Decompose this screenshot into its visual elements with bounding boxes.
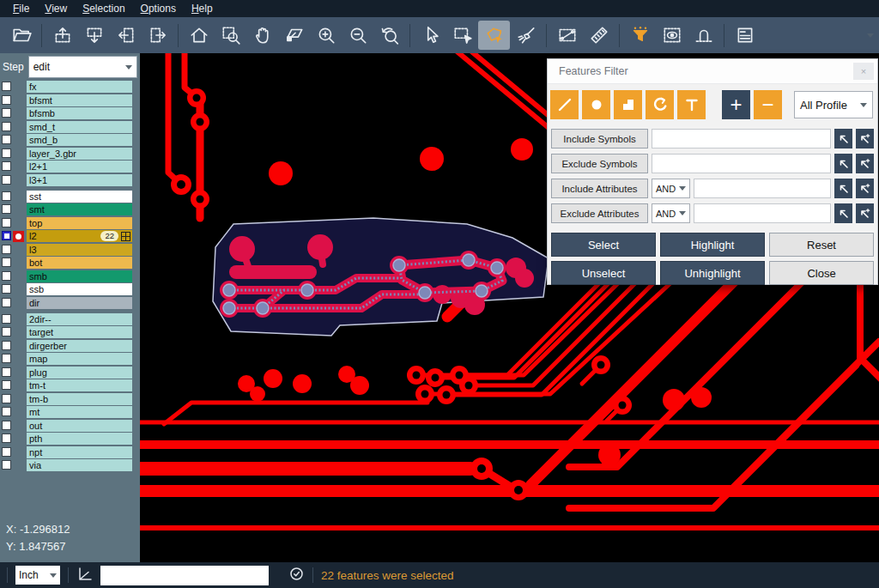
layer-visibility-checkbox[interactable] <box>2 82 11 91</box>
home-view-button[interactable] <box>183 21 215 50</box>
layer-row[interactable]: out <box>0 420 140 432</box>
layer-name[interactable]: l2+1 <box>27 161 132 173</box>
include-attributes-input[interactable] <box>694 179 831 198</box>
menu-file[interactable]: File <box>5 1 37 16</box>
layer-visibility-checkbox[interactable] <box>2 433 11 443</box>
layer-row[interactable]: bot <box>0 257 140 269</box>
layer-name[interactable]: out <box>27 420 132 432</box>
layer-name[interactable]: smd_b <box>27 134 132 146</box>
menu-selection[interactable]: Selection <box>75 1 132 16</box>
include-attributes-button[interactable]: Include Attributes <box>551 179 648 198</box>
clean-brush-button[interactable] <box>510 21 542 50</box>
zoom-object-button[interactable] <box>278 21 310 50</box>
pick-add-symbol-button[interactable] <box>856 154 874 173</box>
layer-name[interactable]: l2 22 <box>27 230 132 242</box>
layer-name[interactable]: smd_t <box>27 121 132 133</box>
layer-row[interactable]: npt <box>0 446 140 458</box>
layer-name[interactable]: plug <box>27 367 132 379</box>
pick-attribute-button[interactable] <box>834 179 852 198</box>
layer-row[interactable]: sst <box>0 191 140 203</box>
pick-add-attribute-button[interactable] <box>856 203 874 223</box>
layer-name[interactable]: pth <box>27 433 132 445</box>
layer-name[interactable]: layer_3.gbr <box>27 148 132 160</box>
layer-visibility-checkbox[interactable] <box>2 314 11 324</box>
layer-visibility-checkbox[interactable] <box>2 175 11 185</box>
command-input[interactable] <box>100 566 269 585</box>
layer-visibility-checkbox[interactable] <box>2 231 11 240</box>
layer-name[interactable]: bfsmt <box>27 94 132 106</box>
pick-symbol-button[interactable] <box>834 154 852 173</box>
layer-row[interactable]: l2 22 <box>0 230 140 242</box>
menu-options[interactable]: Options <box>133 1 184 16</box>
pick-add-attribute-button[interactable] <box>856 179 874 198</box>
layer-visibility-checkbox[interactable] <box>2 218 11 227</box>
polygon-select-button[interactable] <box>478 21 510 50</box>
layer-visibility-checkbox[interactable] <box>2 245 11 254</box>
unselect-button[interactable]: Unselect <box>551 261 656 285</box>
pointer-select-button[interactable] <box>415 21 446 50</box>
layer-visibility-checkbox[interactable] <box>2 341 11 350</box>
profile-select[interactable]: All Profile <box>794 91 873 118</box>
zoom-out-button[interactable] <box>342 21 373 50</box>
layer-row[interactable]: pth <box>0 433 140 445</box>
layer-row[interactable]: fx <box>0 81 140 93</box>
layer-visibility-checkbox[interactable] <box>2 380 11 390</box>
layer-row[interactable]: l2+1 <box>0 161 140 173</box>
filter-arc-button[interactable] <box>646 90 674 119</box>
layer-visibility-checkbox[interactable] <box>2 271 11 281</box>
layer-row[interactable]: mt <box>0 406 140 418</box>
layer-row[interactable]: ssb <box>0 283 140 295</box>
features-filter-button[interactable] <box>624 21 656 50</box>
layer-name[interactable]: smb <box>27 270 132 282</box>
layer-visibility-checkbox[interactable] <box>2 135 11 144</box>
toolbar-overflow-icon[interactable] <box>867 33 874 38</box>
pan-down-button[interactable] <box>78 21 110 50</box>
filter-remove-button[interactable]: − <box>754 90 782 119</box>
filter-line-button[interactable] <box>550 90 579 119</box>
open-project-button[interactable] <box>5 21 37 50</box>
exclude-symbols-button[interactable]: Exclude Symbols <box>551 154 648 173</box>
pan-left-button[interactable] <box>110 21 142 50</box>
layer-row[interactable]: via <box>0 459 140 471</box>
pick-attribute-button[interactable] <box>834 203 852 223</box>
layer-name[interactable]: bot <box>27 257 132 269</box>
snap-mode-button[interactable] <box>688 21 719 50</box>
ruler-button[interactable] <box>583 21 615 50</box>
highlight-button[interactable]: Highlight <box>660 233 765 257</box>
exclude-symbols-input[interactable] <box>652 154 831 173</box>
layer-visibility-checkbox[interactable] <box>2 421 11 430</box>
reset-button[interactable]: Reset <box>769 233 874 257</box>
layer-visibility-checkbox[interactable] <box>2 95 11 105</box>
layer-visibility-checkbox[interactable] <box>2 367 11 377</box>
layer-row[interactable]: bfsmb <box>0 107 140 119</box>
layer-row[interactable]: plug <box>0 367 140 379</box>
filter-pad-button[interactable] <box>582 90 610 119</box>
layer-name[interactable]: dir <box>27 297 132 309</box>
layer-visibility-checkbox[interactable] <box>2 447 11 457</box>
layers-form-button[interactable] <box>729 21 761 50</box>
layer-row[interactable]: smd_b <box>0 134 140 146</box>
zoom-previous-button[interactable] <box>373 21 405 50</box>
layer-visibility-checkbox[interactable] <box>2 191 11 201</box>
layer-name[interactable]: npt <box>27 446 132 458</box>
pick-symbol-button[interactable] <box>834 129 852 149</box>
select-button[interactable]: Select <box>551 233 656 257</box>
layer-name[interactable]: smt <box>27 203 132 215</box>
step-select[interactable]: edit <box>28 56 137 78</box>
exclude-attributes-button[interactable]: Exclude Attributes <box>551 203 648 223</box>
layer-row[interactable]: l3 <box>0 244 140 256</box>
layer-row[interactable]: 2dir-- <box>0 313 140 325</box>
exclude-attributes-operator[interactable]: AND <box>652 203 690 223</box>
include-attributes-operator[interactable]: AND <box>652 179 690 198</box>
layer-name[interactable]: tm-t <box>27 379 132 391</box>
layer-name[interactable]: target <box>27 326 132 338</box>
layer-name[interactable]: map <box>27 353 132 365</box>
layer-visibility-checkbox[interactable] <box>2 407 11 416</box>
dialog-close-button[interactable]: × <box>853 63 874 80</box>
layer-row[interactable]: target <box>0 326 140 338</box>
layer-row[interactable]: tm-b <box>0 393 140 405</box>
layer-name[interactable]: top <box>27 217 132 229</box>
layer-visibility-checkbox[interactable] <box>2 122 11 131</box>
filter-surface-button[interactable] <box>614 90 642 119</box>
menu-view[interactable]: View <box>37 1 75 16</box>
